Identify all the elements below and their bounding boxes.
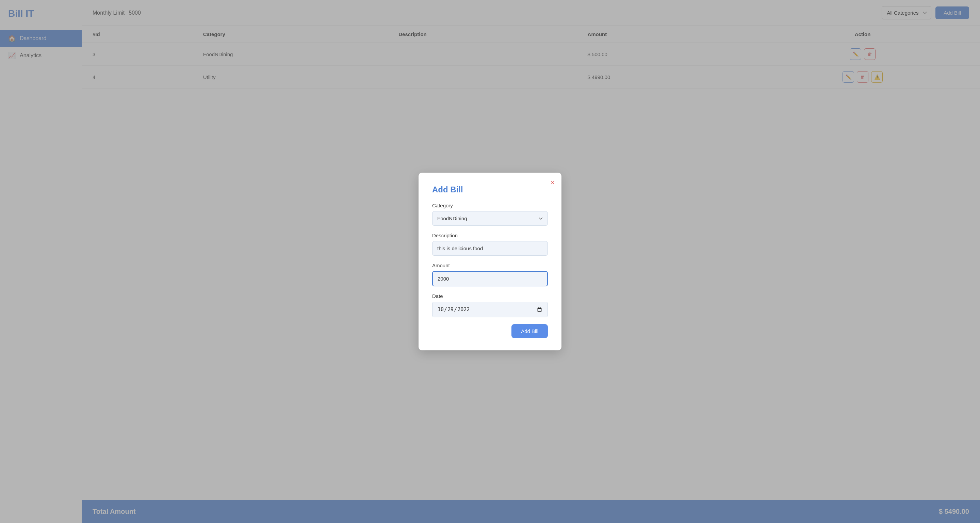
description-input[interactable]: [432, 241, 548, 256]
date-form-group: Date: [432, 293, 548, 317]
date-input[interactable]: [432, 302, 548, 317]
modal-footer: Add Bill: [432, 324, 548, 338]
date-label: Date: [432, 293, 548, 299]
amount-label: Amount: [432, 263, 548, 268]
amount-input[interactable]: [432, 271, 548, 286]
add-bill-modal: Add Bill × Category FoodNDining Utility …: [418, 173, 562, 350]
modal-add-bill-button[interactable]: Add Bill: [511, 324, 548, 338]
description-label: Description: [432, 233, 548, 238]
description-form-group: Description: [432, 233, 548, 256]
amount-form-group: Amount: [432, 263, 548, 286]
modal-title: Add Bill: [432, 185, 548, 195]
modal-category-select[interactable]: FoodNDining Utility Entertainment: [432, 211, 548, 226]
modal-close-button[interactable]: ×: [550, 179, 555, 187]
category-form-group: Category FoodNDining Utility Entertainme…: [432, 203, 548, 226]
category-label: Category: [432, 203, 548, 208]
modal-overlay[interactable]: Add Bill × Category FoodNDining Utility …: [0, 0, 980, 523]
